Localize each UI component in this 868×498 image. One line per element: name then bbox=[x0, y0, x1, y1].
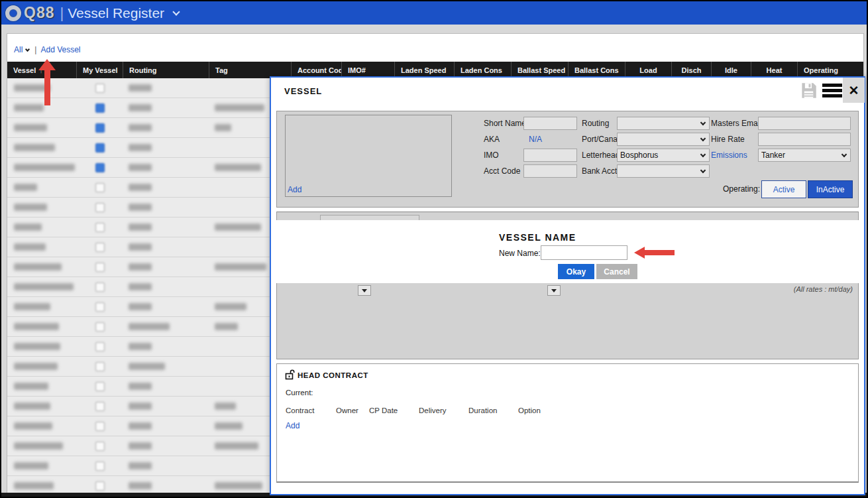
letterhead-select[interactable]: Bosphorus bbox=[617, 149, 710, 162]
redacted-text bbox=[14, 462, 48, 469]
cancel-button[interactable]: Cancel bbox=[596, 264, 637, 279]
menu-icon[interactable] bbox=[822, 84, 842, 97]
unlock-icon[interactable] bbox=[285, 369, 295, 380]
contract-column-option: Option bbox=[518, 406, 558, 414]
my-vessel-checkbox[interactable] bbox=[95, 342, 105, 351]
vessel-modal: VESSEL ✕ Add Short Name AKA N/A IMO bbox=[270, 76, 865, 495]
short-name-input[interactable] bbox=[523, 117, 577, 130]
my-vessel-checkbox[interactable] bbox=[95, 402, 105, 411]
my-vessel-checkbox[interactable] bbox=[95, 123, 105, 133]
vessel-info-panel: Add Short Name AKA N/A IMO Acct Code Rou… bbox=[276, 111, 859, 208]
redacted-text bbox=[215, 124, 231, 131]
redacted-text bbox=[129, 442, 152, 450]
add-vessel-link[interactable]: Add Vessel bbox=[40, 45, 80, 54]
my-vessel-checkbox[interactable] bbox=[95, 243, 105, 252]
emissions-link[interactable]: Emissions bbox=[711, 151, 747, 160]
my-vessel-checkbox[interactable] bbox=[95, 203, 105, 212]
my-vessel-checkbox[interactable] bbox=[95, 282, 105, 292]
title-separator: | bbox=[60, 5, 64, 22]
app-menu-chevron-down-icon[interactable] bbox=[172, 8, 180, 15]
my-vessel-checkbox[interactable] bbox=[95, 103, 105, 113]
redacted-text bbox=[129, 204, 152, 211]
my-vessel-checkbox[interactable] bbox=[95, 84, 105, 93]
port-canal-select[interactable] bbox=[617, 133, 710, 146]
my-vessel-checkbox[interactable] bbox=[95, 223, 105, 232]
save-icon[interactable] bbox=[800, 82, 818, 99]
my-vessel-checkbox[interactable] bbox=[95, 362, 105, 371]
my-vessel-checkbox[interactable] bbox=[95, 183, 105, 192]
new-name-input[interactable] bbox=[541, 245, 627, 260]
column-header-my-vessel[interactable]: My Vessel bbox=[77, 62, 123, 78]
annotation-arrow-up-icon bbox=[38, 59, 56, 107]
vessel-type-select[interactable]: Tanker bbox=[758, 149, 851, 162]
redacted-text bbox=[129, 263, 152, 271]
my-vessel-checkbox[interactable] bbox=[95, 382, 105, 391]
redacted-text bbox=[14, 283, 74, 290]
redacted-text bbox=[14, 184, 37, 191]
redacted-text bbox=[215, 303, 246, 310]
aka-value-link[interactable]: N/A bbox=[529, 135, 542, 144]
masters-email-label: Masters Email bbox=[711, 119, 761, 128]
q88-logo: Q88 bbox=[24, 4, 54, 22]
dialog-title: VESSEL NAME bbox=[499, 232, 576, 243]
contract-column-delivery: Delivery bbox=[419, 406, 468, 414]
close-button[interactable]: ✕ bbox=[843, 78, 865, 103]
my-vessel-checkbox[interactable] bbox=[95, 263, 105, 272]
acct-code-input[interactable] bbox=[523, 164, 577, 178]
okay-button[interactable]: Okay bbox=[558, 264, 594, 279]
redacted-text bbox=[215, 223, 261, 231]
add-photo-link[interactable]: Add bbox=[288, 185, 301, 194]
my-vessel-checkbox[interactable] bbox=[95, 302, 105, 312]
q88-logo-ring-icon bbox=[5, 5, 21, 21]
current-label: Current: bbox=[286, 389, 313, 397]
redacted-text bbox=[14, 482, 54, 489]
chevron-down-icon bbox=[700, 135, 706, 141]
redacted-text bbox=[129, 383, 152, 390]
chevron-down-icon bbox=[700, 167, 706, 172]
head-contract-header-row: ContractOwnerCP DateDeliveryDurationOpti… bbox=[286, 406, 558, 414]
imo-input[interactable] bbox=[523, 149, 577, 162]
operating-active-button[interactable]: Active bbox=[761, 180, 806, 198]
my-vessel-checkbox[interactable] bbox=[95, 422, 105, 431]
aka-label: AKA bbox=[484, 135, 500, 144]
redacted-text bbox=[129, 462, 152, 469]
filter-all-dropdown[interactable]: All bbox=[14, 45, 23, 54]
rate-dropdown-button[interactable] bbox=[547, 285, 561, 296]
bank-acct-select[interactable] bbox=[617, 164, 710, 178]
vessel-name-dialog: VESSEL NAME New Name: Okay Cancel bbox=[271, 220, 864, 283]
contract-column-owner: Owner bbox=[336, 406, 369, 414]
column-header-routing[interactable]: Routing bbox=[123, 62, 209, 78]
rate-dropdown-button[interactable] bbox=[358, 285, 371, 296]
my-vessel-checkbox[interactable] bbox=[95, 163, 105, 172]
redacted-text bbox=[129, 184, 152, 191]
chevron-down-icon bbox=[700, 151, 706, 156]
redacted-text bbox=[129, 164, 152, 171]
redacted-text bbox=[14, 223, 42, 231]
redacted-text bbox=[215, 403, 236, 410]
redacted-text bbox=[215, 164, 261, 171]
hire-rate-input[interactable] bbox=[758, 133, 851, 146]
my-vessel-checkbox[interactable] bbox=[95, 322, 105, 332]
redacted-text bbox=[129, 283, 152, 290]
contract-column-duration: Duration bbox=[468, 406, 518, 414]
redacted-text bbox=[215, 482, 262, 489]
filter-chevron-down-icon[interactable] bbox=[25, 46, 30, 51]
masters-email-input[interactable] bbox=[758, 117, 851, 130]
my-vessel-checkbox[interactable] bbox=[95, 462, 105, 471]
redacted-text bbox=[129, 223, 152, 231]
routing-select[interactable] bbox=[617, 117, 710, 130]
my-vessel-checkbox[interactable] bbox=[95, 442, 105, 451]
redacted-text bbox=[129, 124, 152, 131]
redacted-text bbox=[14, 144, 55, 151]
annotation-arrow-left-icon bbox=[634, 247, 675, 259]
my-vessel-checkbox[interactable] bbox=[95, 481, 105, 491]
hire-rate-label: Hire Rate bbox=[711, 135, 745, 144]
add-contract-link[interactable]: Add bbox=[286, 421, 299, 430]
redacted-text bbox=[215, 323, 238, 330]
routing-label: Routing bbox=[582, 119, 609, 128]
redacted-text bbox=[129, 84, 152, 92]
my-vessel-checkbox[interactable] bbox=[95, 143, 105, 153]
page-title: Vessel Register bbox=[68, 5, 164, 21]
operating-inactive-button[interactable]: InActive bbox=[808, 180, 853, 198]
redacted-text bbox=[215, 263, 266, 271]
